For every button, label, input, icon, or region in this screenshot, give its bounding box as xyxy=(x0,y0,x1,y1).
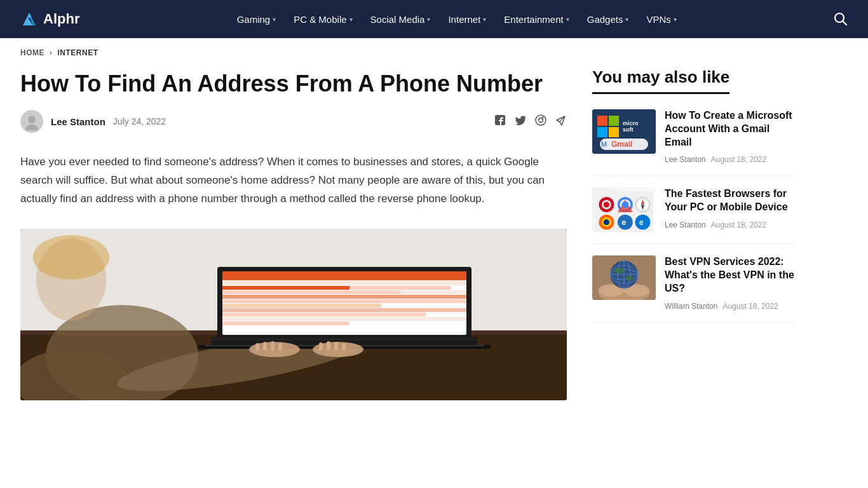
svg-point-8 xyxy=(539,119,540,120)
breadcrumb-separator: › xyxy=(50,48,53,57)
nav-internet[interactable]: Internet ▾ xyxy=(439,0,495,38)
svg-rect-30 xyxy=(222,299,466,303)
nav-pc-mobile[interactable]: PC & Mobile ▾ xyxy=(285,0,361,38)
logo-text: Alphr xyxy=(43,11,79,27)
svg-rect-45 xyxy=(327,341,330,351)
breadcrumb-current: INTERNET xyxy=(58,48,98,57)
sidebar-card-1[interactable]: micro soft Gmail M How To Create a Micro… xyxy=(592,109,796,176)
sidebar-card-3-meta: William Stanton August 18, 2022 xyxy=(665,302,796,311)
article-title: How To Find An Address From A Phone Numb… xyxy=(20,70,567,97)
svg-rect-32 xyxy=(222,308,466,312)
article-date: July 24, 2022 xyxy=(113,116,166,126)
chevron-down-icon: ▾ xyxy=(566,16,569,23)
sidebar-thumb-2: e e xyxy=(592,187,656,232)
svg-rect-52 xyxy=(609,116,619,126)
article-column: How To Find An Address From A Phone Numb… xyxy=(20,62,567,400)
author-name: Lee Stanton xyxy=(51,116,105,127)
nav-social-media[interactable]: Social Media ▾ xyxy=(362,0,440,38)
article-hero-image xyxy=(20,229,567,400)
chevron-down-icon: ▾ xyxy=(427,16,430,23)
chevron-down-icon: ▾ xyxy=(273,16,276,23)
sidebar-card-1-date: August 18, 2022 xyxy=(711,155,766,164)
svg-point-6 xyxy=(536,115,546,125)
svg-point-4 xyxy=(28,116,36,123)
svg-text:Gmail: Gmail xyxy=(611,140,632,149)
svg-line-3 xyxy=(843,22,847,25)
svg-rect-46 xyxy=(334,342,338,351)
svg-rect-44 xyxy=(319,342,323,351)
svg-rect-36 xyxy=(211,338,478,341)
facebook-share-icon[interactable] xyxy=(494,114,506,129)
avatar xyxy=(20,110,43,133)
article-meta: Lee Stanton July 24, 2022 xyxy=(20,110,567,133)
chevron-down-icon: ▾ xyxy=(674,16,677,23)
sidebar-items-list: micro soft Gmail M How To Create a Micro… xyxy=(592,109,796,323)
site-logo[interactable]: Alphr xyxy=(20,10,79,28)
site-header: Alphr Gaming ▾ PC & Mobile ▾ Social Medi… xyxy=(0,0,868,38)
sidebar-card-2-title: The Fastest Browsers for Your PC or Mobi… xyxy=(665,187,796,214)
telegram-share-icon[interactable] xyxy=(555,114,567,129)
svg-rect-40 xyxy=(255,343,259,351)
sidebar-card-2-author: Lee Stanton xyxy=(665,220,706,229)
svg-rect-34 xyxy=(222,317,466,321)
sidebar-card-2[interactable]: e e The Fastest Browsers for Your PC or … xyxy=(592,176,796,244)
svg-rect-47 xyxy=(342,343,346,351)
svg-point-89 xyxy=(614,268,624,274)
svg-point-74 xyxy=(604,219,609,225)
sidebar-card-3-author: William Stanton xyxy=(665,302,717,311)
svg-rect-28 xyxy=(222,290,400,294)
article-body: Have you ever needed to find someone's a… xyxy=(20,153,567,208)
sidebar-card-3-date: August 18, 2022 xyxy=(722,302,778,311)
search-button[interactable] xyxy=(834,12,848,26)
sidebar-card-2-meta: Lee Stanton August 18, 2022 xyxy=(665,220,796,229)
svg-rect-24 xyxy=(222,280,466,285)
sidebar-thumb-3 xyxy=(592,255,656,300)
svg-text:M: M xyxy=(601,140,607,148)
search-icon xyxy=(834,12,848,26)
reddit-share-icon[interactable] xyxy=(535,114,546,129)
svg-rect-42 xyxy=(271,341,275,351)
svg-line-11 xyxy=(541,118,543,118)
sidebar-card-3-title: Best VPN Services 2022: What's the Best … xyxy=(665,255,796,295)
sidebar-card-2-info: The Fastest Browsers for Your PC or Mobi… xyxy=(665,187,796,229)
sidebar-heading: You may also like xyxy=(592,67,729,94)
nav-vpns[interactable]: VPNs ▾ xyxy=(637,0,685,38)
sidebar-card-1-info: How To Create a Microsoft Account With a… xyxy=(665,109,796,164)
sidebar-thumb-1: micro soft Gmail M xyxy=(592,109,656,154)
svg-rect-35 xyxy=(222,322,349,325)
svg-rect-43 xyxy=(278,342,282,351)
svg-point-63 xyxy=(604,202,609,208)
sidebar-card-1-title: How To Create a Microsoft Account With a… xyxy=(665,109,796,149)
svg-rect-54 xyxy=(609,127,619,137)
nav-gadgets[interactable]: Gadgets ▾ xyxy=(578,0,638,38)
svg-text:e: e xyxy=(621,218,626,227)
svg-point-5 xyxy=(25,125,38,130)
svg-rect-26 xyxy=(222,286,349,290)
sidebar-card-3[interactable]: Best VPN Services 2022: What's the Best … xyxy=(592,244,796,322)
breadcrumb-home[interactable]: HOME xyxy=(20,48,44,57)
sidebar-card-3-info: Best VPN Services 2022: What's the Best … xyxy=(665,255,796,310)
main-layout: How To Find An Address From A Phone Numb… xyxy=(0,62,868,400)
svg-rect-41 xyxy=(263,342,267,351)
svg-rect-29 xyxy=(222,295,466,299)
svg-rect-51 xyxy=(597,116,607,126)
svg-point-9 xyxy=(542,119,543,120)
nav-gaming[interactable]: Gaming ▾ xyxy=(228,0,285,38)
chevron-down-icon: ▾ xyxy=(349,16,353,23)
svg-point-66 xyxy=(621,201,628,208)
svg-point-71 xyxy=(642,204,644,207)
twitter-share-icon[interactable] xyxy=(515,114,526,129)
nav-entertainment[interactable]: Entertainment ▾ xyxy=(495,0,578,38)
sidebar-card-1-author: Lee Stanton xyxy=(665,155,706,164)
sidebar-card-1-meta: Lee Stanton August 18, 2022 xyxy=(665,155,796,164)
sidebar-card-2-date: August 18, 2022 xyxy=(711,220,766,229)
breadcrumb: HOME › INTERNET xyxy=(0,38,868,62)
svg-point-90 xyxy=(625,276,633,281)
chevron-down-icon: ▾ xyxy=(625,16,628,23)
svg-text:soft: soft xyxy=(623,126,634,133)
svg-rect-23 xyxy=(222,271,466,280)
svg-text:e: e xyxy=(639,219,644,227)
chevron-down-icon: ▾ xyxy=(483,16,486,23)
svg-point-49 xyxy=(33,235,109,280)
social-share-icons xyxy=(494,114,567,129)
